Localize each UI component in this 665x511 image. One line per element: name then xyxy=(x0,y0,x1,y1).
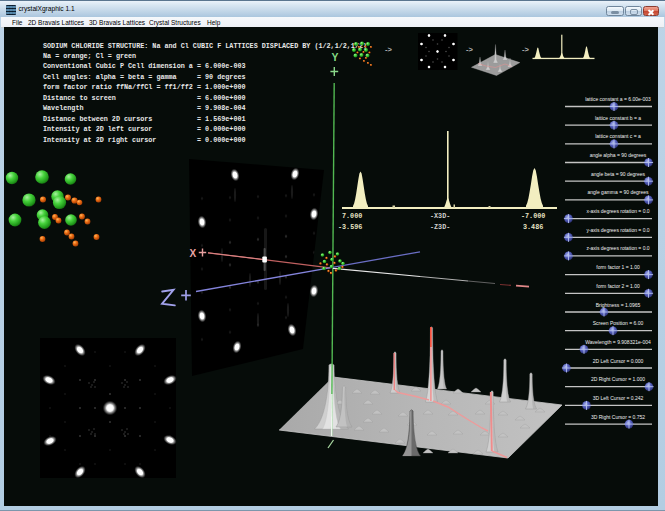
svg-text:7.000: 7.000 xyxy=(342,212,362,220)
svg-text:-X3D-: -X3D- xyxy=(430,212,450,220)
svg-text:z-axis degrees rotation = 0.0: z-axis degrees rotation = 0.0 xyxy=(586,245,649,251)
svg-text:Distance to screen: Distance to screen = 6.000e+000 xyxy=(43,94,246,102)
svg-text:lattice constant c = a: lattice constant c = a xyxy=(595,133,641,139)
svg-text:form factor ratio ffNa/ffCl =: form factor ratio ffNa/ffCl = ff1/ff2 = … xyxy=(43,83,246,91)
svg-text:angle alpha = 90 degrees: angle alpha = 90 degrees xyxy=(590,152,647,158)
svg-text:Distance between 2D cursors: Distance between 2D cursors = 1.569e+001 xyxy=(43,115,246,123)
svg-text:3.486: 3.486 xyxy=(523,223,543,231)
svg-text:angle gamma = 90 degrees: angle gamma = 90 degrees xyxy=(587,189,649,195)
svg-text:lattice constant a = 6.00e-003: lattice constant a = 6.00e-003 xyxy=(585,96,651,102)
svg-text:Wavelength: Wavelength = 9.908e-004 xyxy=(43,104,246,112)
svg-text:SODIUM CHLORIDE STRUCTURE: Na: SODIUM CHLORIDE STRUCTURE: Na and Cl CUB… xyxy=(43,42,367,50)
svg-text:angle beta = 90 degrees: angle beta = 90 degrees xyxy=(591,171,646,177)
svg-text:Screen Position = 6.00: Screen Position = 6.00 xyxy=(593,320,644,326)
svg-text:Y: Y xyxy=(332,51,339,63)
svg-text:->: -> xyxy=(466,45,473,54)
svg-text:Brightness = 1.0965: Brightness = 1.0965 xyxy=(596,302,641,308)
svg-text:Conventional Cubic P Cell dime: Conventional Cubic P Cell dimension a = … xyxy=(43,62,246,70)
svg-text:x-axis degrees rotation = 0.0: x-axis degrees rotation = 0.0 xyxy=(586,208,649,214)
svg-text:Intensity at 2D right cursor: Intensity at 2D right cursor = 0.000e+00… xyxy=(43,136,246,144)
svg-text:2D Left Cursor = 0.000: 2D Left Cursor = 0.000 xyxy=(593,358,644,364)
svg-text:->: -> xyxy=(385,45,392,54)
svg-text:-7.000: -7.000 xyxy=(521,212,545,220)
svg-text:-3.596: -3.596 xyxy=(338,223,362,231)
svg-text:Wavelength = 9.908321e-004: Wavelength = 9.908321e-004 xyxy=(585,339,651,345)
svg-text:Cell angles: alpha = beta = ga: Cell angles: alpha = beta = gamma = 90 d… xyxy=(43,73,246,81)
svg-text:form factor 1 = 1.00: form factor 1 = 1.00 xyxy=(596,264,640,270)
svg-text:2D Right Cursor = 1.000: 2D Right Cursor = 1.000 xyxy=(591,376,645,382)
svg-text:Intensity at 2D left cursor: Intensity at 2D left cursor = 0.000e+000 xyxy=(43,125,246,133)
svg-text:lattice constant b = a: lattice constant b = a xyxy=(595,115,641,121)
svg-text:X: X xyxy=(190,248,197,259)
svg-text:Na = orange; Cl = green: Na = orange; Cl = green xyxy=(43,52,136,60)
svg-text:y-axis degrees rotation = 0.0: y-axis degrees rotation = 0.0 xyxy=(586,227,649,233)
svg-text:-Z3D-: -Z3D- xyxy=(430,223,450,231)
svg-text:3D Left Cursor = 0.242: 3D Left Cursor = 0.242 xyxy=(593,395,644,401)
svg-text:->: -> xyxy=(522,45,529,54)
svg-text:3D Right Cursor = 0.752: 3D Right Cursor = 0.752 xyxy=(591,414,645,420)
svg-text:form factor 2 = 1.00: form factor 2 = 1.00 xyxy=(596,283,640,289)
